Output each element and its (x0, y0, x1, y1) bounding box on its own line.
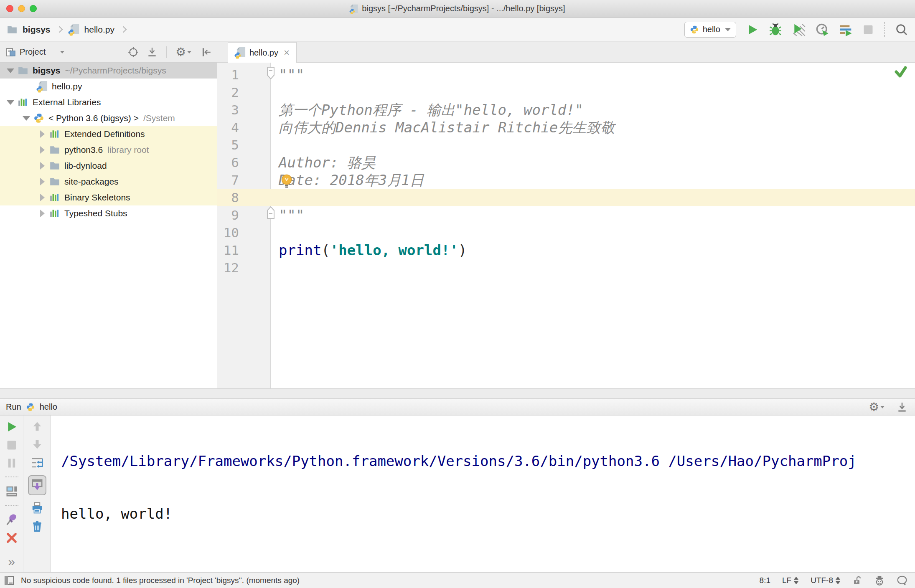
run-with-coverage-button[interactable] (792, 23, 806, 36)
run-console-output[interactable]: /System/Library/Frameworks/Python.framew… (51, 416, 915, 572)
breadcrumb-item-file[interactable]: hello.py (84, 25, 114, 35)
expand-arrow-icon[interactable] (35, 162, 49, 170)
pin-tab-button[interactable] (5, 513, 18, 526)
locate-file-icon[interactable] (128, 47, 139, 58)
tab-label: hello.py (249, 48, 278, 58)
tree-item-lib-dynload[interactable]: lib-dynload (0, 158, 217, 174)
debug-button[interactable] (769, 23, 782, 36)
run-toolbar: hello (684, 22, 908, 38)
tree-item-site-packages[interactable]: site-packages (0, 174, 217, 190)
folder-icon (49, 144, 60, 155)
run-configuration-selector[interactable]: hello (684, 22, 736, 38)
string-literal: 'hello, world!' (330, 242, 458, 259)
soft-wrap-button[interactable] (31, 456, 43, 469)
restore-layout-button[interactable] (5, 485, 18, 497)
concurrency-diagram-button[interactable] (839, 23, 852, 36)
tree-item-extended-definitions[interactable]: Extended Definitions (0, 126, 217, 142)
tree-item-python-sdk[interactable]: < Python 3.6 (bigsys) > /System (0, 110, 217, 126)
breadcrumb-item-project[interactable]: bigsys (23, 25, 51, 35)
inspection-ok-checkmark-icon[interactable] (894, 66, 907, 78)
intention-lightbulb-icon[interactable] (280, 174, 293, 189)
pause-output-button (6, 457, 18, 469)
tree-item-external-libraries[interactable]: External Libraries (0, 94, 217, 110)
chevron-down-icon (187, 51, 191, 53)
editor-line: 7Date: 2018年3月1日 (217, 171, 915, 189)
stop-button (862, 24, 874, 35)
more-actions-chevrons-icon[interactable]: » (8, 555, 15, 569)
tree-item-hello-py[interactable]: hello.py (0, 79, 217, 94)
line-separator-widget[interactable]: LF (782, 576, 799, 585)
chevron-down-icon[interactable] (60, 51, 64, 53)
tab-hello-py[interactable]: hello.py × (228, 42, 297, 63)
folder-icon (49, 176, 60, 187)
close-panel-button[interactable] (6, 532, 18, 544)
print-button[interactable] (31, 502, 43, 514)
folder-icon (18, 65, 28, 76)
breadcrumb-separator-icon (120, 26, 127, 33)
project-panel-title[interactable]: Project (20, 47, 46, 57)
expand-arrow-icon[interactable] (35, 194, 49, 201)
zoom-window-button[interactable] (30, 5, 37, 12)
close-window-button[interactable] (6, 5, 13, 12)
tree-item-binary-skeletons[interactable]: Binary Skeletons (0, 190, 217, 205)
profiler-button[interactable] (816, 23, 829, 36)
expand-arrow-icon[interactable] (19, 116, 33, 121)
editor-line: 4向伟大的Dennis MacAlistair Ritchie先生致敬 (217, 119, 915, 136)
fold-region-end-icon[interactable] (266, 206, 276, 219)
status-message: No suspicious code found. 1 files proces… (21, 576, 300, 585)
run-panel-settings-button[interactable]: ⚙ (869, 401, 884, 413)
folder-icon (7, 24, 18, 35)
minimize-window-button[interactable] (18, 5, 25, 12)
close-icon[interactable]: × (284, 48, 290, 57)
run-panel-title[interactable]: Run (6, 402, 21, 412)
rerun-button[interactable] (5, 421, 18, 433)
up-stack-trace-button (31, 421, 43, 432)
editor-line: 3第一个Python程序 - 输出"hello, world!" (217, 101, 915, 119)
hide-panel-icon[interactable] (201, 47, 212, 58)
tree-item-python3-6[interactable]: python3.6 library root (0, 142, 217, 158)
expand-arrow-icon[interactable] (35, 130, 49, 138)
editor-line: 10 (217, 224, 915, 241)
navigation-bar: bigsys hello.py hello (0, 18, 915, 42)
docstring-text: 向伟大的Dennis MacAlistair Ritchie先生致敬 (279, 119, 615, 136)
scroll-to-end-button[interactable] (28, 475, 46, 495)
caret-position-widget[interactable]: 8:1 (760, 576, 770, 585)
event-log-bubble-icon[interactable] (897, 575, 907, 586)
gear-icon: ⚙ (869, 401, 879, 413)
docstring-text: Author: 骆昊 (279, 154, 376, 171)
python-file-icon (69, 24, 79, 35)
tree-item-bigsys[interactable]: bigsys ~/PycharmProjects/bigsys (0, 63, 217, 79)
encoding-widget[interactable]: UTF-8 (811, 576, 841, 585)
breadcrumb-separator-icon (56, 26, 63, 33)
status-bar: No suspicious code found. 1 files proces… (0, 572, 915, 588)
editor-line: 12 (217, 259, 915, 276)
python-file-icon (235, 47, 246, 58)
expand-arrow-icon[interactable] (3, 68, 18, 73)
expand-arrow-icon[interactable] (35, 146, 49, 154)
project-tree: bigsys ~/PycharmProjects/bigsys hello.py… (0, 63, 217, 388)
collapse-all-icon[interactable] (147, 47, 158, 58)
tree-item-typeshed-stubs[interactable]: Typeshed Stubs (0, 205, 217, 221)
run-configuration-label: hello (703, 25, 720, 34)
main-area: bigsys ~/PycharmProjects/bigsys hello.py… (0, 63, 915, 388)
search-everywhere-icon[interactable] (895, 23, 908, 36)
window-title: bigsys [~/PycharmProjects/bigsys] - .../… (350, 4, 565, 14)
sort-arrows-icon (835, 576, 841, 585)
run-toolbar-left: » (0, 416, 23, 572)
expand-arrow-icon[interactable] (35, 210, 49, 217)
fold-region-start-icon[interactable] (266, 67, 276, 79)
run-button[interactable] (746, 23, 759, 36)
horizontal-splitter[interactable] (0, 388, 915, 399)
docstring-text: Date: 2018年3月1日 (279, 172, 424, 188)
project-panel-settings-button[interactable]: ⚙ (175, 46, 191, 58)
expand-arrow-icon[interactable] (3, 100, 18, 105)
clear-all-button[interactable] (31, 520, 43, 533)
lock-icon[interactable] (852, 575, 862, 585)
hide-panel-icon[interactable] (897, 402, 907, 413)
expand-arrow-icon[interactable] (35, 178, 49, 185)
tool-window-toggle-icon[interactable] (4, 575, 14, 585)
inspection-profile-hector-icon[interactable] (874, 575, 885, 586)
project-panel-header: Project ⚙ (0, 42, 217, 62)
code-editor[interactable]: 1""" 2 3第一个Python程序 - 输出"hello, world!" … (217, 63, 915, 388)
editor-line: 5 (217, 136, 915, 154)
